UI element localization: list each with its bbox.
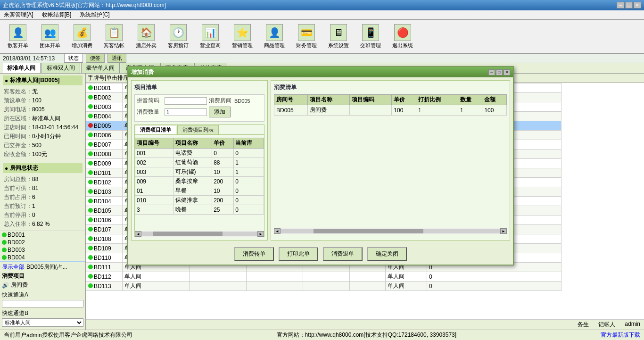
item-row[interactable]: 3 晚餐 25 0: [135, 205, 264, 215]
print-button[interactable]: 打印此单: [279, 247, 318, 261]
col-qty-c: 数量: [458, 95, 482, 105]
consume-table-area: 房间号 项目名称 项目编码 单价 打折比例 数量 金额 BD005 房间费: [274, 94, 507, 226]
sidebar-room-item[interactable]: BD004: [0, 254, 85, 261]
cell-status: 单人间: [122, 282, 153, 291]
modal-right-panel: 消费清单 房间号 项目名称 项目编码 单价 打折比例 数量 金: [271, 80, 510, 240]
cell-room-id: BD107: [86, 225, 123, 234]
tool-single-checkin[interactable]: 👤 散客开单: [4, 22, 32, 52]
modal-close-btn[interactable]: ✕: [504, 69, 510, 75]
tab-consume-items[interactable]: 消费项目列表: [177, 125, 219, 134]
subbar-card-sort[interactable]: 手牌号[单击排序]: [88, 74, 131, 82]
room-status-section: ● 房间总状态 房间总数：88 当前可供：81 当前占用：6 当前预订：1 当前…: [0, 161, 85, 231]
maximize-button[interactable]: □: [625, 2, 633, 8]
modal-min-btn[interactable]: ─: [488, 69, 495, 75]
tool-shift-mgmt[interactable]: 📱 交班管理: [356, 22, 385, 52]
cell-used: [303, 282, 350, 291]
consume-row[interactable]: BD005 房间费 100 1 1 100: [274, 105, 507, 116]
minimize-button[interactable]: ─: [617, 2, 624, 8]
modal-max-btn[interactable]: □: [496, 69, 503, 75]
quantity-row: 消费数量 添加: [137, 107, 262, 117]
tool-group-checkin[interactable]: 👥 团体开单: [36, 22, 64, 52]
status-tab[interactable]: 状态: [64, 54, 83, 63]
cell-room-id: BD103: [86, 187, 123, 197]
confirm-close-button[interactable]: 确定关闭: [367, 247, 407, 261]
occupancy-rate: 6.82 %: [32, 221, 50, 227]
transfer-button[interactable]: 消费转单: [234, 247, 274, 261]
window-title: 企虎酒店管理系统v6.5试用版[官方网站：http://www.qh8000.c…: [3, 1, 166, 9]
cell-amount: [153, 272, 190, 282]
tool-business-query[interactable]: 📊 营业查询: [196, 22, 224, 52]
tab-luxury-single[interactable]: 豪华单人间: [81, 63, 120, 73]
menu-checkout[interactable]: 收帐结算[B]: [40, 11, 74, 19]
item-row[interactable]: 009 桑拿按摩 200 0: [135, 177, 264, 186]
room-status-title: ● 房间总状态: [3, 163, 83, 173]
sidebar-room-item[interactable]: BD001: [0, 231, 85, 239]
item-row[interactable]: 003 可乐(罐) 10 1: [135, 167, 264, 177]
tool-checkout[interactable]: 📋 宾客结帐: [100, 22, 128, 52]
cell-room-id: BD106: [86, 216, 123, 225]
modal-item-tabs: 消费项目清单 消费项目列表: [135, 125, 264, 135]
close-button[interactable]: ✕: [634, 2, 641, 8]
room-phone: 8005: [32, 106, 45, 113]
consume-scroll-left-btn[interactable]: ◄: [274, 228, 281, 234]
scroll-right-btn[interactable]: ►: [257, 231, 264, 237]
menu-maintenance[interactable]: 系统维护[C]: [78, 11, 111, 19]
sidebar-room-list: BD001BD002BD003BD004BD005BD006BD007BD008…: [0, 231, 85, 262]
paid-deposit: 500: [32, 142, 41, 149]
tool-system-settings[interactable]: 🖥 系统设置: [324, 22, 353, 52]
menu-guest-mgmt[interactable]: 来宾管理[A]: [2, 11, 35, 19]
show-all-btn[interactable]: 显示全部: [2, 263, 25, 271]
cell-phone: [349, 272, 386, 282]
quick-channel-a: 快速通道A: [2, 291, 83, 307]
tool-finance[interactable]: 💳 财务管理: [292, 22, 321, 52]
group-checkin-icon: 👥: [41, 24, 58, 41]
tool-marketing[interactable]: ⭐ 营销管理: [228, 22, 256, 52]
table-row[interactable]: BD112 单人间 单人间 0: [86, 272, 644, 282]
consume-room-value: BD005: [234, 98, 250, 104]
tab-standard-double[interactable]: 标准双人间: [41, 63, 80, 73]
quantity-input[interactable]: [165, 108, 207, 116]
bottom-right-info: 务生 记帐人 admin: [86, 319, 644, 330]
item-row[interactable]: 01 早餐 10 0: [135, 186, 264, 196]
consume-scroll-right-btn[interactable]: ►: [500, 228, 507, 234]
tool-takeout[interactable]: 🏠 酒店外卖: [132, 22, 160, 52]
modal-title-buttons: ─ □ ✕: [488, 69, 510, 75]
tool-exit[interactable]: 🔴 退出系统: [388, 22, 417, 52]
window-controls: ─ □ ✕: [617, 2, 641, 8]
tab-consume-list[interactable]: 消费项目清单: [135, 125, 176, 134]
quick-b-select[interactable]: 标准单人间: [2, 318, 83, 327]
add-item-button[interactable]: 添加: [209, 107, 231, 117]
item-row[interactable]: 001 电话费 0 0: [135, 149, 264, 158]
col-amount-c: 金额: [482, 95, 507, 105]
cell-room-id: BD008: [86, 149, 123, 159]
modal-left-panel: 项目清单 拼音简码 消费房间 BD005 消费数量 添加: [131, 80, 268, 240]
selected-room-title: 标准单人间[BD005]: [10, 76, 59, 84]
cell-room-id: BD004: [86, 112, 123, 121]
pinyin-label: 拼音简码: [137, 97, 163, 105]
comm-tab[interactable]: 通讯: [107, 54, 126, 63]
cell-room-id: BD105: [86, 206, 123, 216]
consume-table: 房间号 项目名称 项目编码 单价 打折比例 数量 金额 BD005 房间费: [274, 94, 507, 116]
tool-add-consume[interactable]: 💰 增加消费: [68, 22, 96, 52]
tab-standard-single[interactable]: 标准单人间: [2, 63, 41, 73]
cell-room-id: BD111: [86, 263, 123, 272]
pinyin-input[interactable]: [165, 97, 207, 105]
cell-phone: [349, 282, 386, 291]
quick-a-input[interactable]: [2, 300, 83, 307]
quantity-label: 消费数量: [137, 108, 163, 116]
sidebar-room-item[interactable]: BD002: [0, 239, 85, 246]
room-desc: BD005房间(占...: [26, 263, 67, 271]
tool-goods-mgmt[interactable]: 👤 商品管理: [260, 22, 289, 52]
sidebar-room-item[interactable]: BD003: [0, 246, 85, 254]
table-row[interactable]: BD113 单人间 单人间 0: [86, 282, 644, 291]
scroll-left-btn[interactable]: ◄: [135, 231, 141, 237]
download-label[interactable]: 官方最新版下载: [601, 331, 640, 339]
refund-button[interactable]: 消费退单: [323, 247, 363, 261]
tool-reservation[interactable]: 🕐 客房预订: [164, 22, 192, 52]
item-row[interactable]: 002 红葡萄酒 88 1: [135, 158, 264, 167]
cell-checkout: [246, 282, 303, 291]
disabled-rooms: 0: [32, 212, 35, 218]
note-tab[interactable]: 便签: [86, 54, 105, 63]
current-user-value: admin: [26, 332, 42, 339]
item-row[interactable]: 010 保健推拿 200 0: [135, 196, 264, 205]
